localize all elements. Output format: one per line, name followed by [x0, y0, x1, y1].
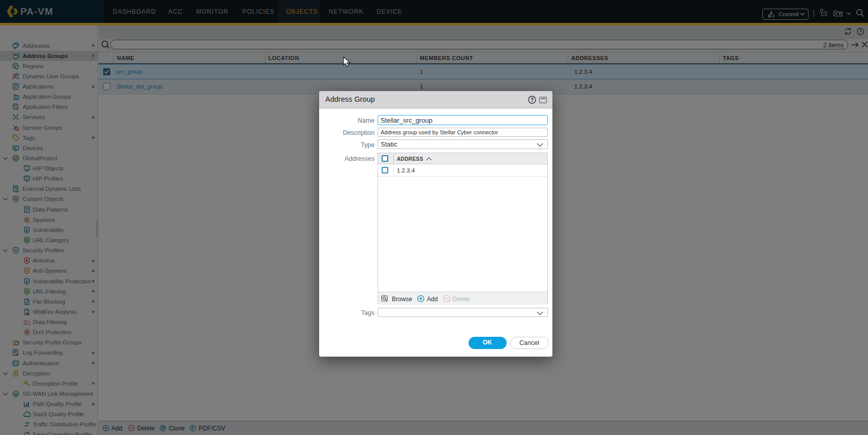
- svg-text:?: ?: [531, 97, 534, 103]
